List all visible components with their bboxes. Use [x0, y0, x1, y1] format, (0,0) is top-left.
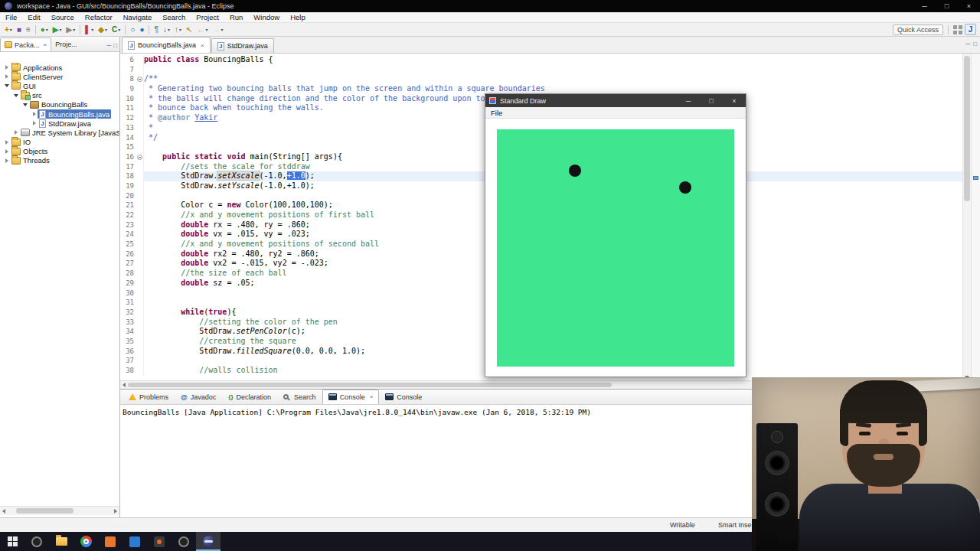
dropdown-caret-icon[interactable]: ▾ — [73, 27, 75, 32]
line-number[interactable]: 14 — [120, 133, 136, 143]
line-number[interactable]: 22 — [120, 210, 136, 220]
scroll-right-icon[interactable] — [112, 507, 119, 515]
line-number[interactable]: 16 — [120, 152, 136, 162]
expand-arrow-icon[interactable] — [31, 121, 38, 126]
tab-problems[interactable]: Problems — [122, 390, 175, 404]
external-tools-button[interactable]: ▶▾ — [65, 24, 77, 36]
line-number[interactable]: 10 — [120, 94, 136, 104]
taskbar-start[interactable] — [0, 532, 24, 551]
dropdown-caret-icon[interactable]: ▾ — [118, 27, 120, 32]
line-number[interactable]: 37 — [120, 356, 136, 366]
expand-arrow-icon[interactable] — [3, 65, 10, 70]
dropdown-caret-icon[interactable]: ▾ — [168, 27, 170, 32]
taskbar-app-blue[interactable] — [122, 532, 147, 551]
print-button[interactable]: ≡ — [24, 24, 32, 36]
tab-project-explorer[interactable]: Proje... — [51, 37, 81, 51]
menu-project[interactable]: Project — [191, 13, 224, 21]
collapse-arrow-icon[interactable] — [3, 84, 10, 87]
coverage-button[interactable]: ▌▾ — [83, 24, 95, 36]
line-number[interactable]: 26 — [120, 249, 136, 259]
line-number[interactable]: 29 — [120, 279, 136, 289]
stddraw-maximize-button[interactable]: □ — [700, 94, 723, 107]
maximize-editor-button[interactable]: □ — [973, 41, 977, 47]
tree-item-stddraw-java[interactable]: JStdDraw.java — [0, 119, 119, 128]
line-number[interactable]: 6 — [120, 55, 136, 65]
dropdown-caret-icon[interactable]: ▾ — [220, 27, 223, 32]
tree-item-objects[interactable]: Objects — [0, 147, 119, 156]
taskbar-cortana[interactable] — [24, 532, 49, 551]
search-button[interactable]: ● — [138, 24, 145, 36]
expand-arrow-icon[interactable] — [3, 74, 10, 79]
titlebar[interactable]: workspace - Java - GUI/src/BouncingBalls… — [0, 0, 980, 12]
expand-arrow-icon[interactable] — [3, 140, 10, 145]
stddraw-file-menu[interactable]: File — [485, 109, 508, 117]
new-java-project-button[interactable]: ◆▾ — [96, 24, 109, 36]
line-number[interactable]: 23 — [120, 220, 136, 230]
scrollbar-thumb[interactable] — [964, 56, 970, 201]
dropdown-caret-icon[interactable]: ▾ — [60, 27, 62, 32]
minimize-view-button[interactable]: ─ — [106, 42, 111, 49]
prev-annotation-button[interactable]: ↑▾ — [173, 24, 183, 36]
dropdown-caret-icon[interactable]: ▾ — [205, 27, 207, 32]
editor-tab-bouncingballs-java[interactable]: JBouncingBalls.java× — [122, 37, 211, 53]
line-number[interactable]: 7 — [120, 65, 136, 75]
tree-item-bouncingballs-java[interactable]: JBouncingBalls.java — [0, 109, 119, 119]
new-class-button[interactable]: C▾ — [110, 24, 122, 36]
expand-arrow-icon[interactable] — [31, 112, 38, 116]
line-number[interactable]: 19 — [120, 181, 136, 191]
close-tab-icon[interactable]: × — [370, 393, 374, 400]
line-number[interactable]: 15 — [120, 142, 136, 152]
line-number[interactable]: 28 — [120, 269, 136, 279]
close-view-icon[interactable]: × — [44, 41, 47, 48]
scrollbar-thumb[interactable] — [16, 508, 74, 514]
line-number[interactable]: 27 — [120, 259, 136, 269]
explorer-horizontal-scrollbar[interactable] — [0, 506, 119, 515]
annotation-marker[interactable] — [973, 176, 978, 180]
line-number[interactable]: 35 — [120, 337, 136, 347]
tab-declaration[interactable]: {}Declaration — [222, 390, 277, 404]
tab-search[interactable]: Search — [277, 390, 322, 404]
tree-item-jre-system-library-javase-1-8[interactable]: JRE System Library [JavaSE-1.8] — [0, 128, 119, 137]
menu-refactor[interactable]: Refactor — [80, 13, 118, 21]
forward-button[interactable]: →▾ — [211, 24, 224, 36]
workbench-perspective-icon[interactable] — [953, 25, 962, 34]
code-line[interactable]: 6public class BouncingBalls { — [120, 55, 980, 65]
line-number[interactable]: 24 — [120, 230, 136, 240]
tree-item-src[interactable]: src — [0, 91, 119, 100]
menu-source[interactable]: Source — [46, 13, 80, 21]
collapse-arrow-icon[interactable] — [12, 94, 19, 97]
expand-arrow-icon[interactable] — [3, 149, 10, 154]
dropdown-caret-icon[interactable]: ▾ — [46, 27, 48, 32]
menu-file[interactable]: File — [0, 13, 22, 21]
line-number[interactable]: 18 — [120, 171, 136, 181]
close-button[interactable]: × — [958, 0, 980, 12]
menu-search[interactable]: Search — [157, 13, 191, 21]
close-tab-icon[interactable]: × — [201, 42, 204, 49]
stddraw-titlebar[interactable]: Standard Draw ─ □ × — [485, 94, 746, 107]
tree-item-io[interactable]: IO — [0, 138, 119, 147]
open-type-button[interactable]: ○ — [129, 24, 136, 36]
new-wizard-button[interactable]: +▾ — [3, 24, 14, 36]
quick-access-button[interactable]: Quick Access — [893, 24, 943, 35]
line-number[interactable]: 38 — [120, 366, 136, 376]
line-number[interactable]: 20 — [120, 191, 136, 201]
menu-edit[interactable]: Edit — [22, 13, 45, 21]
tab-javadoc[interactable]: @Javadoc — [175, 390, 222, 404]
scroll-left-icon[interactable] — [0, 507, 8, 515]
fold-collapse-icon[interactable] — [137, 155, 142, 160]
code-line[interactable]: 9 * Generating two bouncing balls that j… — [120, 84, 980, 94]
tree-item-clientserver[interactable]: ClientServer — [0, 72, 119, 81]
next-annotation-button[interactable]: ↓▾ — [162, 24, 172, 36]
line-number[interactable]: 9 — [120, 84, 136, 94]
menu-window[interactable]: Window — [248, 13, 285, 21]
line-number[interactable]: 33 — [120, 318, 136, 328]
last-edit-location-button[interactable]: ↖ — [185, 24, 194, 36]
collapse-arrow-icon[interactable] — [21, 103, 28, 106]
taskbar-media-player[interactable] — [147, 532, 172, 551]
editor-vertical-scrollbar[interactable] — [962, 54, 971, 380]
scrollbar-track[interactable] — [8, 507, 112, 515]
line-number[interactable]: 36 — [120, 347, 136, 357]
line-number[interactable]: 13 — [120, 123, 136, 133]
stddraw-close-button[interactable]: × — [723, 94, 746, 107]
java-perspective-icon[interactable]: J — [965, 24, 976, 35]
